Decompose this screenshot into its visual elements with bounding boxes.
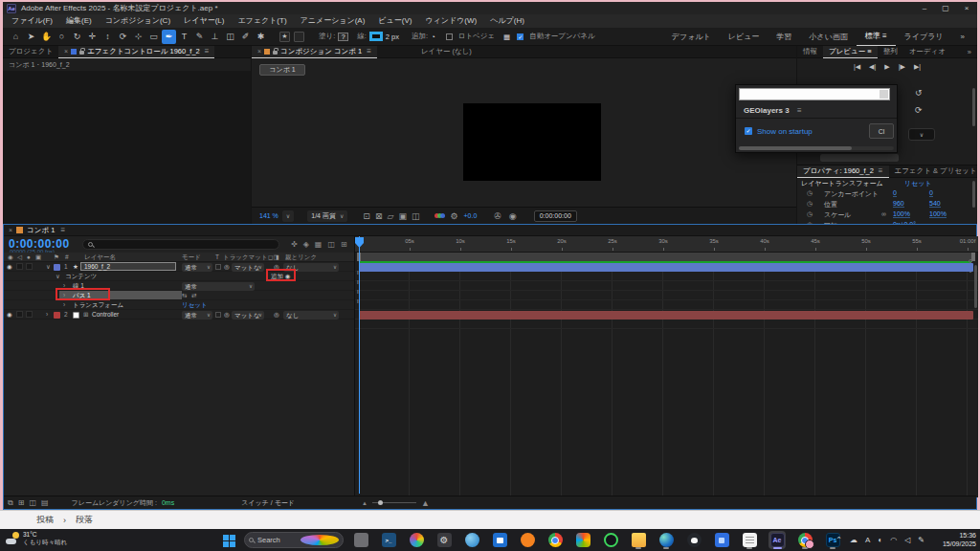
graph-editor-icon[interactable]: ▤	[41, 498, 49, 508]
parent-column-label[interactable]: 親とリンク	[285, 253, 317, 262]
tab-effect-controls[interactable]: × エフェクトコントロール 1960_f_2 ≡	[58, 46, 214, 58]
layer-name-column-label[interactable]: レイヤー名	[84, 253, 116, 262]
audio-switch-cell[interactable]	[16, 311, 23, 318]
tab-preview[interactable]: プレビュー ≡	[823, 46, 878, 58]
panel-menu-icon[interactable]: ≡	[60, 226, 65, 234]
property-value[interactable]: 100%	[929, 210, 947, 218]
ime-icon[interactable]: A	[865, 536, 870, 544]
motion-blur-icon[interactable]: ⊞	[341, 240, 347, 249]
twirl-icon[interactable]: ›	[63, 301, 65, 308]
tab-project[interactable]: プロジェクト	[3, 46, 58, 58]
breadcrumb-item[interactable]: 投稿	[36, 514, 54, 526]
preserve-transparency-cell[interactable]	[215, 264, 221, 270]
layer-duration-bar[interactable]	[359, 263, 973, 272]
switch-mode-button[interactable]: スイッチ / モード	[241, 498, 295, 508]
popup-search-input[interactable]	[739, 88, 890, 100]
hand-tool[interactable]: ✋	[39, 30, 54, 44]
rotation-tool[interactable]: ⟳	[116, 30, 130, 44]
loop-icon[interactable]: ⟳	[915, 105, 923, 115]
taskbar-app-dev-tool[interactable]	[713, 531, 730, 549]
audio-switch-cell[interactable]	[16, 263, 23, 270]
reset-link[interactable]: リセット	[182, 301, 208, 310]
visibility-eye-icon[interactable]: ◉	[7, 263, 12, 271]
stopwatch-icon[interactable]: ◷	[807, 200, 813, 208]
time-ruler[interactable]: 05s10s15s20s25s30s35s40s45s50s55s01:00f	[355, 236, 978, 253]
mode-column-label[interactable]: モード	[182, 253, 201, 262]
taskbar-clock[interactable]: 15:36 15/09/2025	[943, 532, 976, 548]
motion-blur-toggle-icon[interactable]: ◫	[29, 498, 36, 508]
property-label[interactable]: アンカーポイント	[824, 189, 879, 199]
shape-tool[interactable]: ▭	[146, 30, 161, 44]
composition-mini-flowchart-icon[interactable]: ✜	[291, 240, 298, 249]
reset-link[interactable]: リセット	[904, 179, 932, 188]
layer-duration-bar[interactable]	[359, 311, 973, 320]
copilot-tray-icon[interactable]: ◐	[878, 536, 882, 544]
workspace-レビュー[interactable]: レビュー	[720, 29, 768, 46]
exposure-value[interactable]: +0.0	[463, 212, 477, 219]
pan-behind-tool[interactable]: ⊹	[131, 30, 145, 44]
rotobezier-checkbox[interactable]	[446, 33, 453, 40]
work-area-bar[interactable]	[357, 253, 975, 261]
panel-grid-icon[interactable]: ▦	[503, 33, 510, 41]
play-button[interactable]: ▶	[884, 63, 889, 71]
preview-timecode[interactable]: 0:00:00:00	[534, 210, 577, 222]
property-value[interactable]: 0	[893, 189, 897, 197]
tab-effects-presets[interactable]: エフェクト & プリセット	[889, 165, 978, 178]
menu-layer[interactable]: レイヤー(L)	[177, 14, 231, 28]
twirl-icon[interactable]: ∨	[56, 273, 60, 280]
workspace-標準[interactable]: 標準 ≡	[857, 28, 896, 47]
workspace-overflow[interactable]: »	[952, 29, 973, 46]
popup-menu-icon[interactable]: ≡	[797, 106, 802, 115]
add-icon[interactable]: ◔	[431, 33, 435, 41]
onedrive-icon[interactable]: ☁	[850, 536, 858, 544]
taskbar-app-chrome-profile[interactable]	[796, 531, 813, 549]
matte-column-label[interactable]: トラックマット	[223, 253, 268, 262]
path-direction-icon[interactable]: ⇄	[191, 292, 196, 299]
lock-icon[interactable]	[79, 51, 84, 55]
layer-name[interactable]: 1960_f_2	[80, 262, 176, 271]
zoom-tool[interactable]: ○	[55, 30, 69, 44]
menu-window[interactable]: ウィンドウ(W)	[418, 14, 483, 28]
transform-section-label[interactable]: レイヤートランスフォーム	[801, 179, 883, 188]
property-value[interactable]: 960	[893, 200, 904, 208]
auto-open-panel-checkbox[interactable]: ✓	[517, 33, 523, 40]
grid-options-icon[interactable]: ⊡	[363, 211, 370, 221]
puppet-pin-tool[interactable]: ✱	[254, 30, 268, 44]
taskbar-app-photos[interactable]	[574, 531, 591, 549]
pan-camera-tool[interactable]: ✛	[85, 30, 100, 44]
type-tool[interactable]: T	[177, 30, 191, 44]
fill-swatch[interactable]: ?	[338, 33, 348, 41]
stopwatch-icon[interactable]: ◷	[807, 210, 813, 218]
path-direction-icon[interactable]: ⇆	[182, 292, 187, 299]
shy-toggle-icon[interactable]: ⧉	[8, 498, 13, 508]
exposure-gear-icon[interactable]: ⚙	[450, 211, 457, 221]
taskbar-search[interactable]: Search	[244, 532, 344, 548]
taskbar-app-github[interactable]	[685, 531, 702, 549]
tab-properties[interactable]: プロパティ: 1960_f_2 ≡	[797, 165, 889, 178]
dolly-camera-tool[interactable]: ↕	[100, 30, 115, 44]
tab-align[interactable]: 整列	[878, 46, 903, 58]
comp-chip-button[interactable]: コンポ 1	[259, 64, 305, 76]
parent-pickwhip-icon[interactable]: ◎	[274, 311, 279, 319]
popup-close-button[interactable]: Cl	[869, 123, 894, 139]
close-tab-icon[interactable]: ×	[9, 227, 12, 233]
eraser-tool[interactable]: ◫	[223, 30, 237, 44]
taskbar-app-powershell[interactable]: >_	[380, 531, 397, 549]
last-frame-button[interactable]: ▶|	[914, 63, 921, 71]
preview-options-dropdown[interactable]: ∨	[908, 128, 935, 141]
roto-brush-tool[interactable]: ✐	[238, 30, 253, 44]
panel-menu-icon[interactable]: ≡	[879, 166, 883, 175]
transparency-grid-icon[interactable]: ▣	[398, 211, 407, 221]
tray-expand-icon[interactable]: ⌃	[835, 536, 842, 544]
selection-tool[interactable]: ➤	[24, 30, 38, 44]
clone-stamp-tool[interactable]: ⊥	[208, 30, 222, 44]
star-button[interactable]: ★	[279, 32, 290, 42]
resolution-dropdown[interactable]: 1/4 画質∨	[307, 210, 347, 222]
playhead-line[interactable]	[359, 236, 360, 494]
close-tab-icon[interactable]: ×	[64, 48, 68, 55]
layer-color-swatch[interactable]	[54, 264, 60, 271]
property-label[interactable]: 位置	[824, 200, 837, 209]
preview-scrollbar[interactable]	[972, 88, 975, 126]
region-of-interest-icon[interactable]: ▱	[387, 211, 393, 221]
workspace-デフォルト[interactable]: デフォルト	[663, 29, 720, 46]
